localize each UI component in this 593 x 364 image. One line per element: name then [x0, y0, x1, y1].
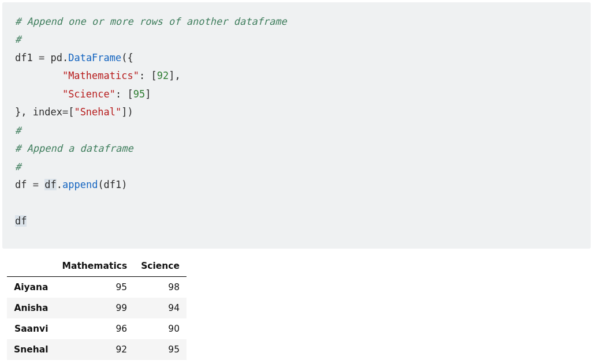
table-cell: 95: [134, 339, 187, 360]
table-cell: 95: [55, 277, 135, 298]
code-comment: # Append one or more rows of another dat…: [15, 16, 287, 27]
table-row: Snehal 92 95: [7, 339, 187, 360]
code-token: : [: [115, 88, 133, 100]
code-token: 95: [133, 88, 145, 100]
code-token: .: [57, 179, 62, 190]
table-corner: [7, 256, 55, 277]
code-token: pd: [44, 52, 62, 63]
code-token: "Mathematics": [62, 70, 139, 81]
output-area: Mathematics Science Aiyana 95 98 Anisha …: [0, 249, 593, 364]
table-cell: 96: [55, 318, 135, 339]
code-token: [: [68, 106, 74, 118]
code-token: }, index: [15, 106, 62, 118]
code-token: =: [33, 179, 39, 190]
table-cell: 92: [55, 339, 135, 360]
code-selection: df: [15, 215, 27, 227]
code-token: ]): [121, 106, 133, 118]
code-token: ],: [169, 70, 180, 81]
code-cell[interactable]: # Append one or more rows of another dat…: [2, 2, 591, 249]
code-token: ({: [121, 52, 133, 63]
row-index: Aiyana: [7, 277, 55, 298]
dataframe-table: Mathematics Science Aiyana 95 98 Anisha …: [7, 256, 187, 360]
column-header: Science: [134, 256, 187, 277]
code-token: append: [62, 179, 98, 190]
code-token: [15, 88, 62, 100]
table-row: Saanvi 96 90: [7, 318, 187, 339]
code-token: .: [62, 52, 68, 63]
code-token: "Science": [62, 88, 115, 100]
code-comment: #: [15, 33, 21, 45]
table-cell: 90: [134, 318, 187, 339]
code-token: (df1): [98, 179, 127, 190]
table-cell: 94: [134, 298, 187, 318]
row-index: Saanvi: [7, 318, 55, 339]
code-comment: #: [15, 125, 21, 136]
row-index: Anisha: [7, 298, 55, 318]
table-cell: 98: [134, 277, 187, 298]
table-cell: 99: [55, 298, 135, 318]
code-token: ]: [145, 88, 151, 100]
code-token: "Snehal": [74, 106, 121, 118]
code-token: : [: [139, 70, 157, 81]
code-token: =: [39, 52, 44, 63]
code-comment: #: [15, 161, 21, 172]
code-token: df: [15, 179, 33, 190]
code-token: =: [62, 106, 68, 118]
code-comment: # Append a dataframe: [15, 142, 133, 154]
row-index: Snehal: [7, 339, 55, 360]
table-row: Aiyana 95 98: [7, 277, 187, 298]
column-header: Mathematics: [55, 256, 135, 277]
code-selection: df: [44, 179, 56, 190]
code-token: DataFrame: [68, 52, 121, 63]
code-token: [15, 70, 62, 81]
code-token: [39, 179, 44, 190]
code-token: df1: [15, 52, 39, 63]
code-token: 92: [157, 70, 169, 81]
table-row: Anisha 99 94: [7, 298, 187, 318]
